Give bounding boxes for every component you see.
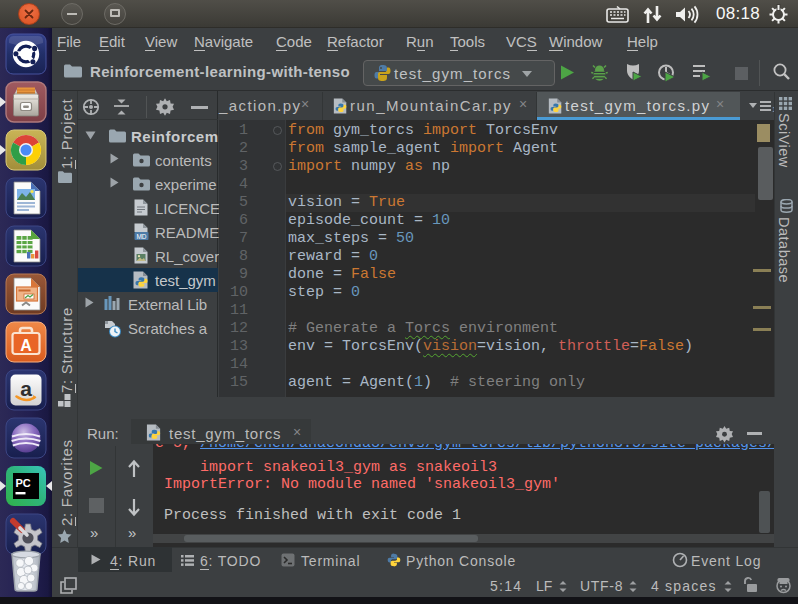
svg-text:a: a bbox=[20, 377, 32, 400]
svg-text:A: A bbox=[20, 337, 32, 354]
svg-text:PC: PC bbox=[16, 477, 31, 489]
svg-text:MD: MD bbox=[136, 233, 146, 240]
